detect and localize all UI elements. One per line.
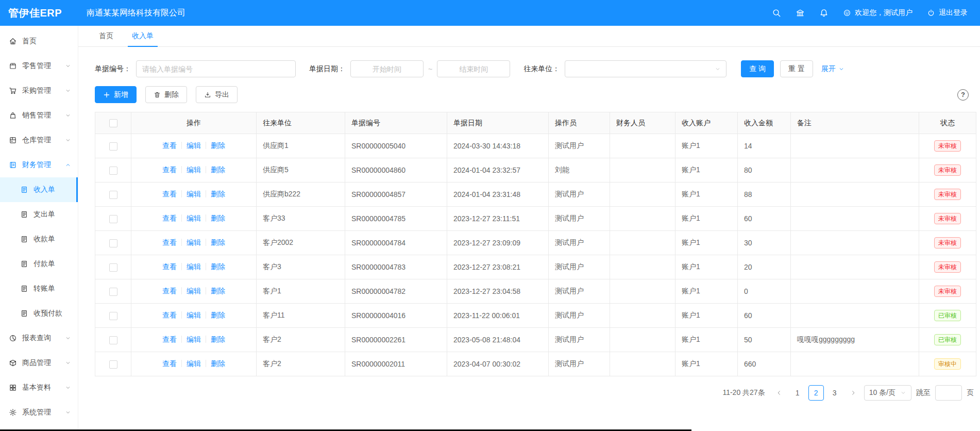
row-action-edit[interactable]: 编辑 bbox=[187, 335, 201, 343]
sidebar-item-advance[interactable]: 收预付款 bbox=[0, 301, 78, 326]
page-button-2[interactable]: 2 bbox=[808, 385, 824, 401]
app-logo: 管伊佳ERP bbox=[0, 6, 78, 20]
sidebar: 首页零售管理采购管理销售管理仓库管理财务管理收入单支出单收款单付款单转账单收预付… bbox=[0, 26, 78, 431]
row-action-view[interactable]: 查看 bbox=[162, 141, 177, 150]
row-action-view[interactable]: 查看 bbox=[162, 359, 177, 368]
row-action-delete[interactable]: 删除 bbox=[211, 287, 225, 295]
export-button[interactable]: 导出 bbox=[196, 86, 238, 103]
sidebar-item-purchase[interactable]: 采购管理 bbox=[0, 78, 78, 103]
reset-button[interactable]: 重 置 bbox=[780, 60, 813, 77]
bell-icon[interactable] bbox=[819, 8, 829, 18]
search-button[interactable]: 查 询 bbox=[741, 60, 774, 77]
row-action-delete[interactable]: 删除 bbox=[211, 214, 225, 222]
delete-button[interactable]: 删除 bbox=[145, 86, 187, 103]
tab-income[interactable]: 收入单 bbox=[123, 26, 163, 46]
sidebar-item-warehouse[interactable]: 仓库管理 bbox=[0, 128, 78, 153]
next-page-button[interactable] bbox=[847, 385, 859, 401]
sidebar-item-payment[interactable]: 付款单 bbox=[0, 252, 78, 276]
select-all-checkbox[interactable] bbox=[109, 119, 117, 127]
action-divider bbox=[181, 142, 182, 149]
row-action-view[interactable]: 查看 bbox=[162, 311, 177, 319]
row-checkbox[interactable] bbox=[109, 288, 117, 296]
row-action-view[interactable]: 查看 bbox=[162, 190, 177, 198]
sidebar-item-goods[interactable]: 商品管理 bbox=[0, 351, 78, 375]
sidebar-item-retail[interactable]: 零售管理 bbox=[0, 54, 78, 78]
doc-no-input[interactable] bbox=[136, 60, 296, 77]
row-action-edit[interactable]: 编辑 bbox=[187, 165, 201, 174]
sidebar-item-expense[interactable]: 支出单 bbox=[0, 202, 78, 227]
row-action-edit[interactable]: 编辑 bbox=[187, 141, 201, 150]
cell-account: 账户1 bbox=[675, 352, 738, 376]
row-action-view[interactable]: 查看 bbox=[162, 165, 177, 174]
date-end-input[interactable] bbox=[437, 60, 510, 77]
jump-suffix: 页 bbox=[967, 388, 974, 397]
row-action-edit[interactable]: 编辑 bbox=[187, 262, 201, 271]
sidebar-item-basic[interactable]: 基本资料 bbox=[0, 375, 78, 400]
row-action-view[interactable]: 查看 bbox=[162, 335, 177, 343]
row-action-delete[interactable]: 删除 bbox=[211, 262, 225, 271]
row-action-edit[interactable]: 编辑 bbox=[187, 190, 201, 198]
table-row: 查看编辑删除客户2SR000000020112023-04-07 00:30:0… bbox=[95, 352, 976, 376]
sidebar-item-label: 财务管理 bbox=[22, 160, 51, 170]
expand-link[interactable]: 展开 bbox=[821, 64, 844, 74]
prev-page-button[interactable] bbox=[773, 385, 785, 401]
row-action-delete[interactable]: 删除 bbox=[211, 238, 225, 246]
row-action-delete[interactable]: 删除 bbox=[211, 311, 225, 319]
cell-finance bbox=[610, 255, 675, 279]
search-icon[interactable] bbox=[772, 8, 781, 18]
row-action-delete[interactable]: 删除 bbox=[211, 359, 225, 368]
tab-home[interactable]: 首页 bbox=[90, 26, 123, 46]
row-action-delete[interactable]: 删除 bbox=[211, 335, 225, 343]
row-action-edit[interactable]: 编辑 bbox=[187, 359, 201, 368]
cell-amount: 660 bbox=[738, 352, 791, 376]
row-checkbox[interactable] bbox=[109, 215, 117, 223]
jump-input[interactable] bbox=[935, 385, 962, 401]
sidebar-item-home[interactable]: 首页 bbox=[0, 29, 78, 54]
logout-text: 退出登录 bbox=[939, 8, 968, 18]
logout-button[interactable]: 退出登录 bbox=[927, 8, 968, 18]
row-action-delete[interactable]: 删除 bbox=[211, 141, 225, 150]
row-action-edit[interactable]: 编辑 bbox=[187, 311, 201, 319]
row-checkbox[interactable] bbox=[109, 239, 117, 247]
page-size-select[interactable]: 10 条/页 bbox=[864, 385, 911, 401]
partner-select[interactable] bbox=[565, 60, 726, 77]
row-action-edit[interactable]: 编辑 bbox=[187, 214, 201, 222]
company-name: 南通某某网络科技有限公司 bbox=[87, 8, 185, 19]
row-action-view[interactable]: 查看 bbox=[162, 287, 177, 295]
filter-bar: 单据编号： 单据日期： ~ 往来单位： 查 询 重 置 展开 bbox=[95, 60, 974, 77]
sidebar-item-transfer[interactable]: 转账单 bbox=[0, 276, 78, 301]
sidebar-item-finance[interactable]: 财务管理 bbox=[0, 153, 78, 177]
cell-operator: 测试用户 bbox=[549, 352, 610, 376]
date-start-input[interactable] bbox=[350, 60, 424, 77]
row-checkbox[interactable] bbox=[109, 336, 117, 344]
row-checkbox[interactable] bbox=[109, 191, 117, 199]
row-action-delete[interactable]: 删除 bbox=[211, 190, 225, 198]
sidebar-item-collection[interactable]: 收款单 bbox=[0, 227, 78, 252]
row-action-delete[interactable]: 删除 bbox=[211, 165, 225, 174]
row-checkbox[interactable] bbox=[109, 142, 117, 151]
row-action-edit[interactable]: 编辑 bbox=[187, 238, 201, 246]
doc-icon bbox=[20, 309, 28, 318]
add-button[interactable]: 新增 bbox=[95, 86, 137, 103]
status-badge: 审核中 bbox=[934, 358, 961, 370]
row-action-edit[interactable]: 编辑 bbox=[187, 287, 201, 295]
row-checkbox[interactable] bbox=[109, 360, 117, 369]
row-action-view[interactable]: 查看 bbox=[162, 238, 177, 246]
page-button-3[interactable]: 3 bbox=[827, 385, 842, 401]
row-checkbox[interactable] bbox=[109, 312, 117, 320]
user-welcome[interactable]: 欢迎您，测试用户 bbox=[843, 8, 913, 18]
page-button-1[interactable]: 1 bbox=[790, 385, 805, 401]
row-checkbox[interactable] bbox=[109, 167, 117, 175]
cell-partner: 客户11 bbox=[257, 304, 345, 328]
row-action-view[interactable]: 查看 bbox=[162, 214, 177, 222]
sidebar-item-system[interactable]: 系统管理 bbox=[0, 400, 78, 425]
help-icon[interactable]: ? bbox=[957, 89, 969, 101]
doc-no-label: 单据编号： bbox=[95, 64, 131, 74]
sidebar-item-sales[interactable]: 销售管理 bbox=[0, 103, 78, 128]
bank-icon[interactable] bbox=[796, 8, 805, 18]
warehouse-icon bbox=[9, 136, 17, 144]
sidebar-item-income[interactable]: 收入单 bbox=[0, 177, 78, 202]
row-action-view[interactable]: 查看 bbox=[162, 262, 177, 271]
sidebar-item-report[interactable]: 报表查询 bbox=[0, 326, 78, 351]
row-checkbox[interactable] bbox=[109, 263, 117, 272]
